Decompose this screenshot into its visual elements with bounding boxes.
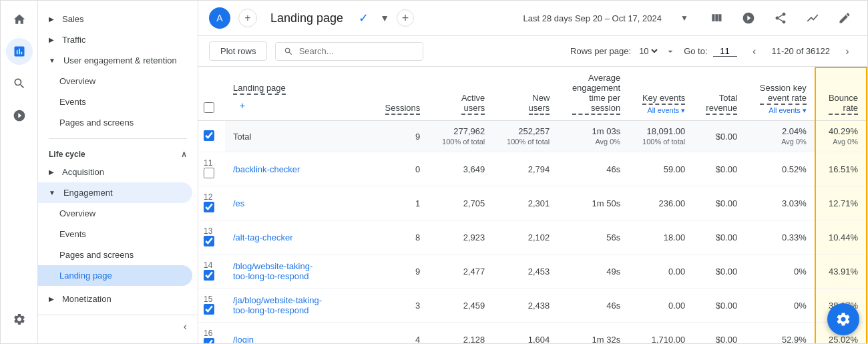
total-row-avg-engagement: 1m 03s Avg 0% bbox=[558, 121, 628, 152]
total-session-key-rate-val: 2.04% bbox=[782, 126, 807, 136]
row-13-checkbox[interactable] bbox=[204, 236, 214, 246]
th-session-key-rate: Session keyevent rate All events ▾ bbox=[745, 67, 815, 121]
table-row: 13 /alt-tag-checker 8 2,923 2,102 56s 18… bbox=[198, 220, 867, 254]
share-icon[interactable] bbox=[769, 6, 793, 30]
total-row-new-users: 252,257 100% of total bbox=[493, 121, 558, 152]
sidebar-item-user-engagement[interactable]: ▼ User engagement & retention bbox=[38, 50, 192, 71]
row-13-active-users: 2,923 bbox=[428, 220, 493, 254]
total-new-users-val: 252,257 bbox=[518, 126, 550, 136]
row-16-sessions: 4 bbox=[372, 323, 428, 344]
home-icon[interactable] bbox=[6, 6, 33, 33]
row-15-page-link[interactable]: /ja/blog/website-taking-too-long-to-resp… bbox=[233, 295, 322, 315]
row-12-sessions: 1 bbox=[372, 186, 428, 220]
sidebar-collapse-btn[interactable]: ‹ bbox=[38, 315, 198, 338]
row-14-checkbox[interactable] bbox=[204, 270, 214, 281]
search-icon bbox=[284, 46, 293, 57]
top-bar: A + Landing page ✓ ▼ + Last 28 days Sep … bbox=[198, 1, 867, 36]
sidebar-item-pages-screens-1[interactable]: Pages and screens bbox=[38, 112, 192, 133]
row-11-checkbox[interactable] bbox=[204, 168, 214, 178]
search-nav-icon[interactable] bbox=[6, 70, 33, 97]
row-12-num: 12 bbox=[204, 192, 212, 202]
settings-nav-icon[interactable] bbox=[6, 306, 33, 333]
table-row: 11 /backlink-checker 0 3,649 2,794 46s 5… bbox=[198, 152, 867, 186]
row-15-new-users: 2,438 bbox=[493, 289, 558, 323]
row-16-page-link[interactable]: /login bbox=[233, 335, 254, 344]
row-16-session-key-rate: 52.9% bbox=[745, 323, 815, 344]
sidebar-item-sales[interactable]: ▶ Sales bbox=[38, 9, 192, 29]
row-14-active-users: 2,477 bbox=[428, 254, 493, 289]
row-14-key-events: 0.00 bbox=[628, 254, 693, 289]
sidebar-item-landing-page[interactable]: Landing page bbox=[38, 265, 192, 286]
total-avg-engagement-val: 1m 03s bbox=[592, 126, 621, 136]
row-13-page-link[interactable]: /alt-tag-checker bbox=[233, 232, 293, 242]
row-15-checkbox-cell: 15 bbox=[198, 289, 225, 323]
th-session-key-rate-filter[interactable]: All events ▾ bbox=[769, 106, 807, 115]
sidebar-item-overview-1[interactable]: Overview bbox=[38, 71, 192, 92]
line-chart-icon[interactable] bbox=[801, 6, 825, 30]
columns-icon[interactable] bbox=[704, 6, 728, 30]
th-key-events-filter[interactable]: All events ▾ bbox=[648, 106, 686, 115]
row-14-bounce-rate: 43.91% bbox=[815, 254, 867, 289]
total-active-users-val: 277,962 bbox=[453, 126, 485, 136]
search-input[interactable] bbox=[299, 46, 415, 56]
lifecycle-chevron-icon[interactable]: ∧ bbox=[181, 150, 187, 159]
total-row-key-events: 18,091.00 100% of total bbox=[628, 121, 693, 152]
table-row: 12 /es 1 2,705 2,301 1m 50s 236.00 $0.00… bbox=[198, 186, 867, 220]
row-15-checkbox[interactable] bbox=[204, 304, 214, 315]
row-13-sessions: 8 bbox=[372, 220, 428, 254]
row-12-active-users: 2,705 bbox=[428, 186, 493, 220]
sidebar-item-pages-screens-2[interactable]: Pages and screens bbox=[38, 244, 192, 265]
sidebar-item-events-2[interactable]: Events bbox=[38, 224, 192, 244]
pagination-info: 11-20 of 36122 bbox=[772, 46, 830, 56]
row-15-session-key-rate: 0% bbox=[745, 289, 815, 323]
analytics-icon[interactable] bbox=[6, 38, 33, 65]
row-13-key-events: 18.00 bbox=[628, 220, 693, 254]
sidebar-item-monetization[interactable]: ▶ Monetization bbox=[38, 289, 192, 309]
select-all-checkbox[interactable] bbox=[204, 102, 214, 113]
rows-per-page-select[interactable]: 10 25 50 bbox=[636, 45, 660, 57]
total-bounce-rate-val: 40.29% bbox=[829, 126, 858, 136]
total-bounce-rate-sub: Avg 0% bbox=[833, 138, 858, 146]
th-new-users: Newusers bbox=[493, 67, 558, 121]
target-nav-icon[interactable] bbox=[6, 102, 33, 129]
row-15-sessions: 3 bbox=[372, 289, 428, 323]
row-13-avg-engagement: 56s bbox=[558, 220, 628, 254]
sidebar-item-traffic[interactable]: ▶ Traffic bbox=[38, 29, 192, 50]
next-page-button[interactable]: › bbox=[838, 42, 857, 61]
sidebar: ▶ Sales ▶ Traffic ▼ User engagement & re… bbox=[38, 1, 198, 343]
sidebar-nav: ▶ Sales ▶ Traffic ▼ User engagement & re… bbox=[38, 6, 198, 315]
compare-icon[interactable] bbox=[736, 6, 761, 30]
table-total-row: Total 9 277,962 100% of total 252,257 10… bbox=[198, 121, 867, 152]
total-key-events-val: 18,091.00 bbox=[646, 126, 685, 136]
row-12-page-link[interactable]: /es bbox=[233, 198, 244, 208]
add-col-icon[interactable]: + bbox=[233, 96, 252, 115]
row-12-avg-engagement: 1m 50s bbox=[558, 186, 628, 220]
edit-icon[interactable] bbox=[833, 6, 857, 30]
collapse-icon: ‹ bbox=[184, 321, 187, 333]
row-11-new-users: 2,794 bbox=[493, 152, 558, 186]
sidebar-item-events-1[interactable]: Events bbox=[38, 92, 192, 112]
title-add-btn[interactable]: + bbox=[397, 9, 414, 27]
row-11-page-link[interactable]: /backlink-checker bbox=[233, 164, 300, 174]
th-avg-engagement: Averageengagementtime persession bbox=[558, 67, 628, 121]
go-to-input[interactable] bbox=[713, 46, 737, 57]
th-key-events: Key events All events ▾ bbox=[628, 67, 693, 121]
plot-rows-button[interactable]: Plot rows bbox=[209, 41, 267, 61]
row-14-page: /blog/website-taking-too-long-to-respond bbox=[225, 254, 372, 289]
row-16-checkbox[interactable] bbox=[204, 338, 214, 343]
page-title: Landing page bbox=[270, 11, 343, 25]
date-dropdown-btn[interactable]: ▼ bbox=[672, 6, 696, 30]
sidebar-item-overview-2[interactable]: Overview bbox=[38, 203, 192, 224]
rows-per-page-label: Rows per page: bbox=[570, 46, 631, 56]
sidebar-item-engagement-label: Engagement bbox=[63, 188, 113, 198]
row-12-session-key-rate: 3.03% bbox=[745, 186, 815, 220]
settings-fab-button[interactable] bbox=[827, 303, 859, 335]
sidebar-item-acquisition[interactable]: ▶ Acquisition bbox=[38, 162, 192, 182]
title-dropdown-btn[interactable]: ▼ bbox=[375, 9, 394, 27]
total-row-checkbox[interactable] bbox=[204, 130, 214, 141]
row-12-checkbox[interactable] bbox=[204, 202, 214, 212]
sidebar-item-engagement[interactable]: ▼ Engagement bbox=[38, 182, 192, 203]
add-view-button[interactable]: + bbox=[238, 9, 257, 27]
prev-page-button[interactable]: ‹ bbox=[745, 42, 764, 61]
row-14-page-link[interactable]: /blog/website-taking-too-long-to-respond bbox=[233, 261, 312, 281]
